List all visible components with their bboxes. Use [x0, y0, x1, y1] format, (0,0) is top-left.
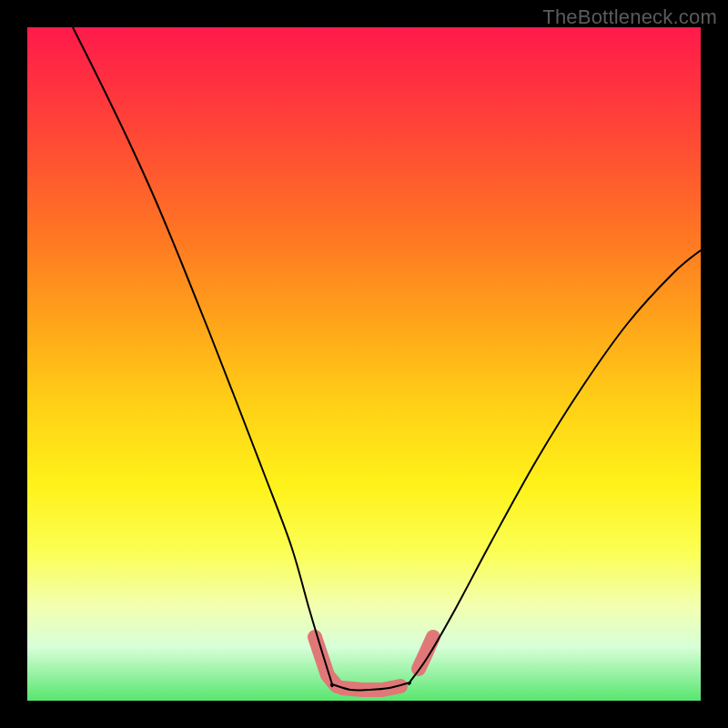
curve-layer: [73, 27, 701, 691]
watermark-text: TheBottleneck.com: [542, 5, 717, 29]
marker-layer: [315, 637, 433, 690]
bottleneck-curve: [73, 27, 701, 691]
chart-svg: [27, 27, 701, 701]
chart-frame: TheBottleneck.com: [0, 0, 728, 728]
